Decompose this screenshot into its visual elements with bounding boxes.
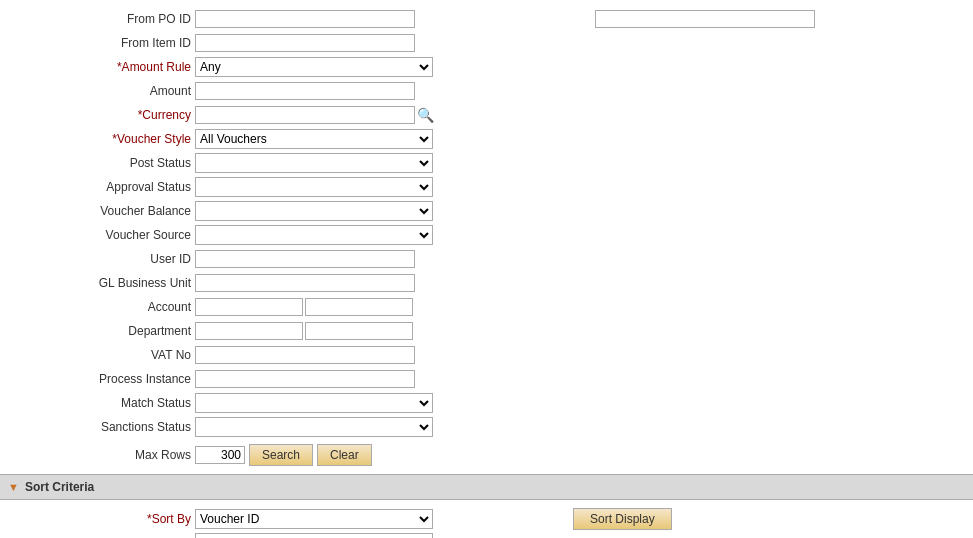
sort-asc-desc-select[interactable]: Ascending bbox=[195, 533, 433, 538]
department-label: Department bbox=[0, 324, 195, 338]
vat-no-input[interactable] bbox=[195, 346, 415, 364]
approval-status-select[interactable] bbox=[195, 177, 433, 197]
user-id-row: User ID bbox=[0, 248, 973, 270]
post-status-label: Post Status bbox=[0, 156, 195, 170]
from-po-id-from-input[interactable] bbox=[195, 10, 415, 28]
match-status-label: Match Status bbox=[0, 396, 195, 410]
search-button[interactable]: Search bbox=[249, 444, 313, 466]
search-form: From PO ID From Item ID *Amount Rule Any… bbox=[0, 0, 973, 538]
account-to-input[interactable] bbox=[305, 298, 413, 316]
sort-display-button[interactable]: Sort Display bbox=[573, 508, 672, 530]
sort-asc-desc-row: *Sort Asc/Desc Ascending bbox=[0, 532, 973, 538]
vat-no-label: VAT No bbox=[0, 348, 195, 362]
action-row: Max Rows Search Clear bbox=[0, 444, 973, 466]
amount-rule-label: *Amount Rule bbox=[0, 60, 195, 74]
max-rows-label: Max Rows bbox=[0, 448, 195, 462]
currency-label: *Currency bbox=[0, 108, 195, 122]
voucher-source-select[interactable] bbox=[195, 225, 433, 245]
from-item-id-from-input[interactable] bbox=[195, 34, 415, 52]
voucher-balance-label: Voucher Balance bbox=[0, 204, 195, 218]
user-id-input[interactable] bbox=[195, 250, 415, 268]
amount-rule-select[interactable]: Any bbox=[195, 57, 433, 77]
approval-status-row: Approval Status bbox=[0, 176, 973, 198]
user-id-label: User ID bbox=[0, 252, 195, 266]
from-po-id-row: From PO ID bbox=[0, 8, 973, 30]
account-inputs bbox=[195, 298, 413, 316]
sort-criteria-header: ▼ Sort Criteria bbox=[0, 474, 973, 500]
gl-business-unit-label: GL Business Unit bbox=[0, 276, 195, 290]
amount-label: Amount bbox=[0, 84, 195, 98]
process-instance-input[interactable] bbox=[195, 370, 415, 388]
voucher-style-select[interactable]: All Vouchers bbox=[195, 129, 433, 149]
from-item-id-label: From Item ID bbox=[0, 36, 195, 50]
amount-input[interactable] bbox=[195, 82, 415, 100]
po-id-right bbox=[595, 10, 815, 28]
post-status-select[interactable] bbox=[195, 153, 433, 173]
process-instance-label: Process Instance bbox=[0, 372, 195, 386]
amount-row: Amount bbox=[0, 80, 973, 102]
from-item-id-row: From Item ID bbox=[0, 32, 973, 54]
from-po-id-label: From PO ID bbox=[0, 12, 195, 26]
currency-row: *Currency 🔍 bbox=[0, 104, 973, 126]
max-rows-input[interactable] bbox=[195, 446, 245, 464]
department-inputs bbox=[195, 322, 413, 340]
sanctions-status-select[interactable] bbox=[195, 417, 433, 437]
sort-by-row: *Sort By Voucher ID Sort Display bbox=[0, 508, 973, 530]
amount-rule-row: *Amount Rule Any bbox=[0, 56, 973, 78]
account-row: Account bbox=[0, 296, 973, 318]
post-status-row: Post Status bbox=[0, 152, 973, 174]
gl-business-unit-row: GL Business Unit bbox=[0, 272, 973, 294]
sort-by-select[interactable]: Voucher ID bbox=[195, 509, 433, 529]
department-from-input[interactable] bbox=[195, 322, 303, 340]
sort-criteria-label: Sort Criteria bbox=[25, 480, 94, 494]
department-row: Department bbox=[0, 320, 973, 342]
sanctions-status-label: Sanctions Status bbox=[0, 420, 195, 434]
voucher-style-row: *Voucher Style All Vouchers bbox=[0, 128, 973, 150]
vat-no-row: VAT No bbox=[0, 344, 973, 366]
voucher-source-label: Voucher Source bbox=[0, 228, 195, 242]
voucher-balance-select[interactable] bbox=[195, 201, 433, 221]
voucher-source-row: Voucher Source bbox=[0, 224, 973, 246]
from-item-id-inputs bbox=[195, 34, 415, 52]
match-status-row: Match Status bbox=[0, 392, 973, 414]
sort-by-label: *Sort By bbox=[0, 512, 195, 526]
po-id-extra-input[interactable] bbox=[595, 10, 815, 28]
currency-search-icon[interactable]: 🔍 bbox=[417, 107, 434, 123]
gl-business-unit-input[interactable] bbox=[195, 274, 415, 292]
from-po-id-inputs bbox=[195, 10, 415, 28]
sort-section: *Sort By Voucher ID Sort Display *Sort A… bbox=[0, 500, 973, 538]
currency-input[interactable] bbox=[195, 106, 415, 124]
account-from-input[interactable] bbox=[195, 298, 303, 316]
clear-button[interactable]: Clear bbox=[317, 444, 372, 466]
process-instance-row: Process Instance bbox=[0, 368, 973, 390]
department-to-input[interactable] bbox=[305, 322, 413, 340]
account-label: Account bbox=[0, 300, 195, 314]
voucher-style-label: *Voucher Style bbox=[0, 132, 195, 146]
voucher-balance-row: Voucher Balance bbox=[0, 200, 973, 222]
sort-criteria-triangle: ▼ bbox=[8, 481, 19, 493]
sanctions-status-row: Sanctions Status bbox=[0, 416, 973, 438]
match-status-select[interactable] bbox=[195, 393, 433, 413]
approval-status-label: Approval Status bbox=[0, 180, 195, 194]
